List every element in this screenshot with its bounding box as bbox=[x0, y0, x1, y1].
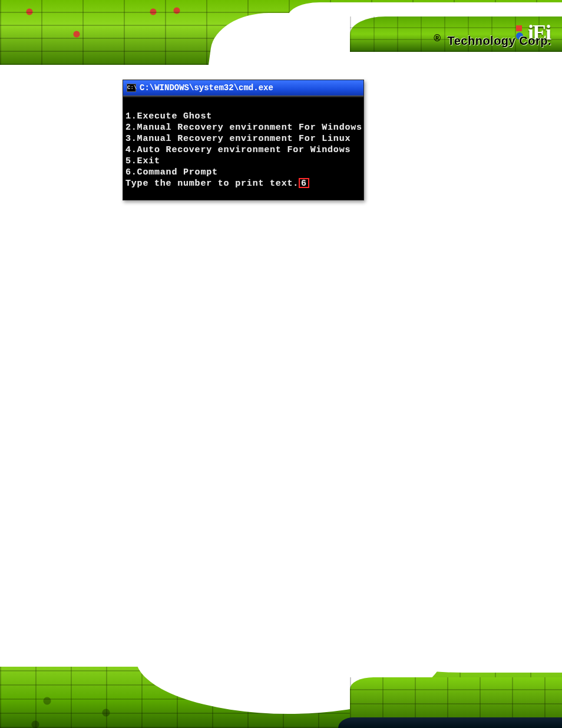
cmd-menu-item-4: 4.Auto Recovery environment For Windows bbox=[125, 144, 361, 156]
top-decorative-banner bbox=[0, 0, 562, 65]
cmd-user-input[interactable]: 6 bbox=[299, 178, 309, 188]
cmd-title-text: C:\WINDOWS\system32\cmd.exe bbox=[140, 83, 273, 93]
cmd-window: C:\ C:\WINDOWS\system32\cmd.exe 1.Execut… bbox=[123, 80, 364, 200]
brand-company-label: Technology Corp bbox=[447, 34, 547, 47]
cmd-menu-item-5: 5.Exit bbox=[125, 156, 361, 167]
bottom-decorative-banner bbox=[0, 660, 562, 728]
logo-dot-red bbox=[516, 25, 522, 31]
cmd-prompt-line: Type the number to print text.6 bbox=[125, 178, 361, 189]
cmd-menu-item-1: 1.Execute Ghost bbox=[125, 111, 361, 122]
cmd-menu-item-3: 3.Manual Recovery environment For Linux bbox=[125, 133, 361, 144]
cmd-icon: C:\ bbox=[127, 84, 136, 92]
cmd-titlebar[interactable]: C:\ C:\WINDOWS\system32\cmd.exe bbox=[123, 80, 363, 95]
cmd-body[interactable]: 1.Execute Ghost 2.Manual Recovery enviro… bbox=[123, 98, 363, 200]
cmd-menu-item-2: 2.Manual Recovery environment For Window… bbox=[125, 122, 361, 133]
cmd-menu-item-6: 6.Command Prompt bbox=[125, 167, 361, 178]
brand-company-dot: . bbox=[548, 34, 551, 47]
bottom-dark-strip bbox=[338, 717, 562, 728]
bottom-green-strip bbox=[350, 677, 562, 719]
brand-company-name: Technology Corp. bbox=[447, 34, 551, 48]
registered-symbol: ® bbox=[434, 33, 441, 44]
cmd-prompt-text: Type the number to print text. bbox=[125, 179, 299, 189]
